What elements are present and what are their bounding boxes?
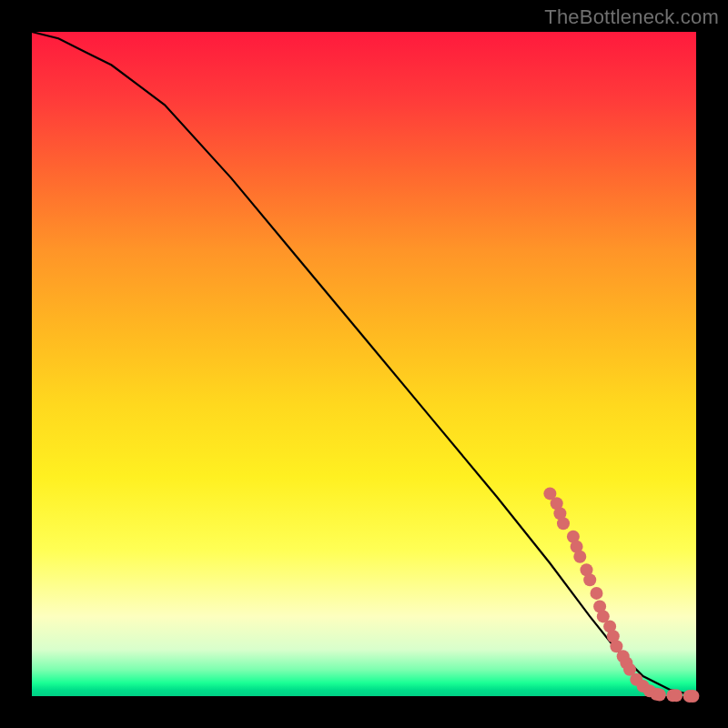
scatter-dot <box>670 689 682 702</box>
scatter-dot <box>591 587 603 600</box>
chart-overlay <box>32 32 696 696</box>
scatter-dot <box>653 689 666 702</box>
watermark-text: TheBottleneck.com <box>544 5 719 29</box>
scatter-dot <box>557 517 570 530</box>
scatter-dot <box>686 690 699 703</box>
outer-frame: TheBottleneck.com <box>0 0 728 728</box>
scatter-dots <box>543 487 699 703</box>
scatter-dot <box>573 551 586 563</box>
scatter-dot <box>583 573 596 586</box>
